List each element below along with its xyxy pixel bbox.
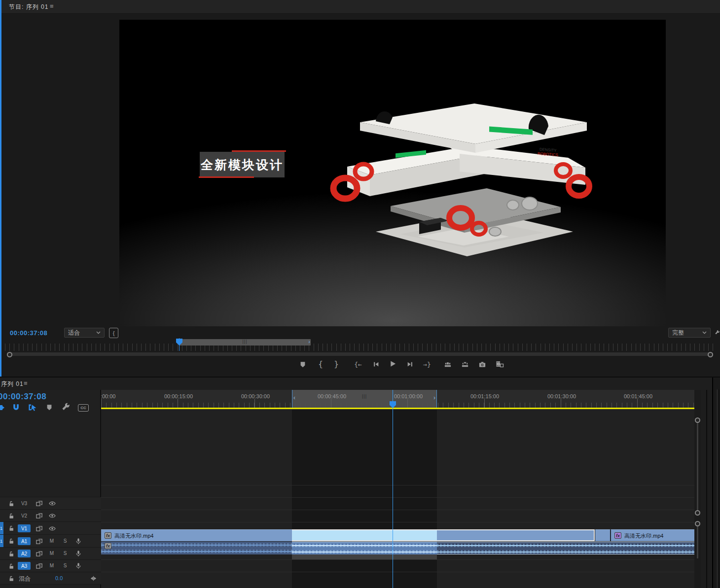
track-header-v2: V2 bbox=[0, 509, 101, 521]
video-zoom-knob-bottom[interactable] bbox=[695, 510, 700, 516]
step-back-button[interactable] bbox=[369, 358, 382, 371]
voiceover-mic-icon[interactable] bbox=[75, 550, 82, 557]
mark-in-button[interactable]: { bbox=[314, 358, 327, 371]
lock-icon[interactable] bbox=[8, 500, 15, 507]
lock-icon[interactable] bbox=[8, 551, 15, 557]
out-point-chevron-icon[interactable]: › bbox=[433, 394, 435, 401]
sync-lock-icon[interactable] bbox=[36, 512, 43, 519]
program-horizontal-scrollbar[interactable] bbox=[4, 351, 716, 357]
linked-selection-icon[interactable] bbox=[28, 403, 37, 412]
program-inout-range-bar[interactable]: ||| › bbox=[179, 339, 311, 346]
track-target-v3[interactable]: V3 bbox=[18, 499, 31, 507]
timeline-ruler[interactable]: ‹ ||| › 00:00:00 00:00:15:00 00:00:30:00… bbox=[101, 390, 695, 410]
captions-toggle[interactable]: CC bbox=[78, 404, 89, 412]
lock-icon[interactable] bbox=[8, 575, 15, 582]
track-target-a3[interactable]: A3 bbox=[18, 562, 31, 570]
marker-icon[interactable] bbox=[46, 404, 53, 411]
scrollbar-left-knob[interactable] bbox=[7, 352, 12, 357]
program-timecode[interactable]: 00:00:37:08 bbox=[10, 329, 47, 337]
video-zoom-knob-top[interactable] bbox=[695, 417, 700, 423]
source-patch-audio[interactable]: 1 bbox=[0, 535, 3, 547]
mute-button[interactable]: M bbox=[48, 551, 55, 556]
program-tab[interactable]: 节目: 序列 01 bbox=[9, 3, 48, 11]
sync-lock-icon[interactable] bbox=[36, 550, 43, 557]
solo-button[interactable]: S bbox=[62, 538, 69, 544]
panel-menu-icon[interactable]: ≡ bbox=[50, 2, 54, 10]
video-clip-segment[interactable] bbox=[595, 529, 610, 541]
nest-sequence-icon[interactable] bbox=[0, 404, 4, 412]
mute-button[interactable]: M bbox=[48, 538, 55, 544]
playback-resolution-dropdown[interactable]: 完整 bbox=[668, 328, 711, 338]
source-patch-video[interactable]: 1 bbox=[0, 522, 3, 534]
audio-zoom-knob-top[interactable] bbox=[695, 521, 700, 526]
timeline-settings-wrench-icon[interactable] bbox=[61, 403, 71, 412]
keyframe-nav-icon[interactable] bbox=[90, 575, 97, 582]
track-target-a2[interactable]: A2 bbox=[18, 550, 31, 557]
voiceover-mic-icon[interactable] bbox=[75, 562, 82, 570]
ruler-label: 00:00:15:00 bbox=[164, 393, 193, 399]
clip-fx-badge[interactable]: fx bbox=[105, 543, 111, 549]
goto-in-button[interactable]: {← bbox=[352, 358, 364, 371]
ruler-major-tick bbox=[331, 399, 331, 408]
track-target-v2[interactable]: V2 bbox=[18, 512, 31, 519]
lock-icon[interactable] bbox=[8, 538, 15, 545]
lock-icon[interactable] bbox=[8, 513, 15, 519]
audio-scroll-thumb[interactable] bbox=[697, 524, 698, 558]
sync-lock-icon[interactable] bbox=[36, 538, 43, 545]
track-target-a1[interactable]: A1 bbox=[18, 537, 31, 545]
video-clip-segment-selected-range[interactable] bbox=[292, 529, 437, 541]
track-target-v1[interactable]: V1 bbox=[18, 524, 31, 532]
program-mini-timeline[interactable]: ||| › bbox=[5, 338, 715, 351]
tracks-area[interactable]: fx 高清无水印.mp4 fx 高清无水印.mp4 fx bbox=[101, 410, 695, 588]
play-button[interactable] bbox=[386, 357, 399, 370]
scrollbar-right-knob[interactable] bbox=[708, 352, 713, 357]
goto-out-button[interactable]: →} bbox=[421, 358, 433, 371]
range-grip-icon[interactable]: ||| bbox=[242, 339, 247, 344]
zoom-level-dropdown[interactable]: 适合 bbox=[64, 328, 105, 338]
voiceover-mic-icon[interactable] bbox=[75, 537, 82, 545]
lock-icon[interactable] bbox=[8, 563, 15, 570]
add-marker-button[interactable] bbox=[296, 358, 309, 371]
clip-fx-badge[interactable]: fx bbox=[105, 532, 111, 539]
sync-lock-icon[interactable] bbox=[36, 562, 43, 570]
playback-settings-icon[interactable]: { bbox=[109, 328, 118, 338]
audio-clip-segment[interactable]: fx bbox=[101, 542, 292, 554]
mark-out-button[interactable]: } bbox=[330, 358, 343, 371]
mute-button[interactable]: M bbox=[48, 563, 55, 568]
audio-clip-segment-selected[interactable] bbox=[437, 542, 694, 554]
track-output-eye-icon[interactable] bbox=[48, 512, 56, 519]
camera-icon bbox=[478, 361, 486, 368]
comparison-view-button[interactable] bbox=[493, 358, 506, 371]
master-gain-value[interactable]: 0.0 bbox=[55, 575, 63, 581]
panel-menu-icon[interactable]: ≡ bbox=[24, 380, 28, 387]
solo-button[interactable]: S bbox=[62, 563, 69, 568]
sync-lock-icon[interactable] bbox=[36, 500, 43, 507]
track-output-eye-icon[interactable] bbox=[48, 525, 56, 532]
lock-icon[interactable] bbox=[8, 525, 15, 532]
lift-button[interactable] bbox=[441, 358, 454, 371]
sync-lock-icon[interactable] bbox=[36, 525, 43, 532]
video-clip-segment[interactable]: fx 高清无水印.mp4 bbox=[101, 529, 292, 541]
timeline-timecode[interactable]: 00:00:37:08 bbox=[0, 392, 46, 402]
audio-clip-segment-selected-range[interactable] bbox=[292, 542, 437, 554]
step-forward-button[interactable] bbox=[403, 358, 416, 371]
scrollbar-thumb[interactable] bbox=[7, 352, 713, 356]
track-separator bbox=[101, 497, 694, 498]
solo-button[interactable]: S bbox=[62, 551, 69, 556]
settings-wrench-icon[interactable] bbox=[715, 329, 720, 337]
timeline-tab-bar: 序列 01 ≡ bbox=[0, 378, 720, 390]
extract-button[interactable] bbox=[459, 358, 471, 371]
clip-fx-badge-active[interactable]: fx bbox=[614, 532, 621, 539]
timeline-tab[interactable]: 序列 01 bbox=[1, 380, 24, 388]
export-frame-button[interactable] bbox=[476, 358, 489, 371]
snap-magnet-icon[interactable] bbox=[12, 403, 20, 412]
video-clip-2[interactable]: fx 高清无水印.mp4 bbox=[611, 529, 694, 541]
track-output-eye-icon[interactable] bbox=[48, 500, 56, 507]
in-point-chevron-icon[interactable]: ‹ bbox=[293, 394, 295, 401]
vertical-scrollbar-zone[interactable] bbox=[694, 390, 701, 588]
range-grip-icon[interactable]: ||| bbox=[362, 394, 367, 399]
video-scroll-thumb[interactable] bbox=[697, 420, 698, 514]
out-point-chevron-icon[interactable]: › bbox=[308, 339, 310, 345]
overlay-title-text: 全新模块设计 bbox=[201, 157, 284, 173]
video-clip-segment-selected[interactable] bbox=[437, 529, 595, 541]
